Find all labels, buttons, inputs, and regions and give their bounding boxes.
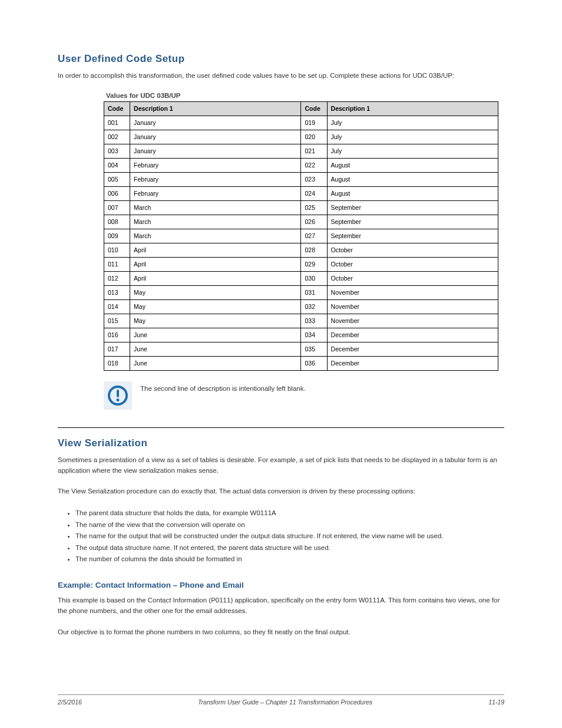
table-cell: October xyxy=(327,243,498,257)
table-cell: April xyxy=(130,271,301,285)
table-cell: August xyxy=(327,186,498,200)
table-cell: 002 xyxy=(104,130,130,144)
table-row: 013May031November xyxy=(104,285,498,299)
table-cell: 035 xyxy=(301,342,327,356)
table-cell: October xyxy=(327,257,498,271)
col-code-1: Code xyxy=(104,101,130,116)
table-cell: 009 xyxy=(104,229,130,243)
note-text: The second line of description is intent… xyxy=(140,384,306,394)
heading-user-defined-code-setup: User Defined Code Setup xyxy=(58,53,504,65)
section-divider xyxy=(58,427,504,428)
udc-table: Code Description 1 Code Description 1 00… xyxy=(104,101,498,371)
table-cell: 033 xyxy=(301,314,327,328)
page-footer: 2/5/2016 Transform User Guide – Chapter … xyxy=(58,695,504,706)
list-item: The name of the view that the conversion… xyxy=(75,519,504,531)
table-cell: 021 xyxy=(301,144,327,158)
table-cell: June xyxy=(130,328,301,342)
table-row: 014May032November xyxy=(104,299,498,314)
table-row: 018June036December xyxy=(104,356,498,370)
table-cell: 017 xyxy=(104,342,130,356)
table-cell: July xyxy=(327,116,498,130)
example-paragraph-1: This example is based on the Contact Inf… xyxy=(58,595,504,617)
table-cell: September xyxy=(327,200,498,215)
table-row: 002January020July xyxy=(104,130,498,144)
table-row: 016June034December xyxy=(104,328,498,342)
table-row: 017June035December xyxy=(104,342,498,356)
table-row: 011April029October xyxy=(104,257,498,271)
table-cell: 025 xyxy=(301,200,327,215)
table-cell: February xyxy=(130,158,301,172)
table-cell: 019 xyxy=(301,116,327,130)
col-desc-1: Description 1 xyxy=(130,101,301,116)
table-row: 007March025September xyxy=(104,200,498,215)
subhead-example: Example: Contact Information – Phone and… xyxy=(58,581,504,589)
table-cell: 016 xyxy=(104,328,130,342)
table-cell: 032 xyxy=(301,299,327,314)
footer-page-number: 11-19 xyxy=(488,699,504,706)
table-cell: April xyxy=(130,243,301,257)
table-cell: May xyxy=(130,314,301,328)
list-item: The name for the output that will be con… xyxy=(75,531,504,542)
table-cell: 028 xyxy=(301,243,327,257)
processing-options-list: The parent data structure that holds the… xyxy=(58,508,504,565)
table-row: 015May033November xyxy=(104,314,498,328)
table-cell: May xyxy=(130,299,301,314)
table-header-row: Code Description 1 Code Description 1 xyxy=(104,101,498,116)
footer-date: 2/5/2016 xyxy=(58,699,82,706)
vs-paragraph-2: The View Serialization procedure can do … xyxy=(58,486,504,497)
table-row: 006February024August xyxy=(104,186,498,200)
table-cell: 024 xyxy=(301,186,327,200)
page: User Defined Code Setup In order to acco… xyxy=(0,0,562,728)
table-cell: January xyxy=(130,144,301,158)
table-cell: May xyxy=(130,285,301,299)
table-cell: December xyxy=(327,356,498,370)
table-cell: August xyxy=(327,172,498,186)
vs-paragraph-1: Sometimes a presentation of a view as a … xyxy=(58,455,504,476)
table-cell: 020 xyxy=(301,130,327,144)
svg-rect-1 xyxy=(117,390,119,397)
table-cell: June xyxy=(130,342,301,356)
table-cell: February xyxy=(130,186,301,200)
table-cell: 030 xyxy=(301,271,327,285)
table-row: 008March026September xyxy=(104,215,498,229)
heading-view-serialization: View Serialization xyxy=(58,437,504,449)
table-cell: 014 xyxy=(104,299,130,314)
table-cell: June xyxy=(130,356,301,370)
table-cell: 012 xyxy=(104,271,130,285)
table-cell: 034 xyxy=(301,328,327,342)
intro-paragraph: In order to accomplish this transformati… xyxy=(58,71,504,81)
table-cell: 001 xyxy=(104,116,130,130)
table-cell: 005 xyxy=(104,172,130,186)
table-cell: November xyxy=(327,285,498,299)
table-row: 012April030October xyxy=(104,271,498,285)
table-cell: March xyxy=(130,215,301,229)
table-cell: September xyxy=(327,229,498,243)
important-icon xyxy=(104,381,132,410)
table-row: 010April028October xyxy=(104,243,498,257)
table-row: 004February022August xyxy=(104,158,498,172)
table-cell: 007 xyxy=(104,200,130,215)
list-item: The output data structure name. If not e… xyxy=(75,542,504,554)
table-cell: November xyxy=(327,314,498,328)
col-code-2: Code xyxy=(301,101,327,116)
table-cell: 010 xyxy=(104,243,130,257)
table-cell: January xyxy=(130,116,301,130)
table-cell: July xyxy=(327,144,498,158)
table-cell: 026 xyxy=(301,215,327,229)
table-row: 003January021July xyxy=(104,144,498,158)
table-cell: March xyxy=(130,229,301,243)
example-paragraph-2: Our objective is to format the phone num… xyxy=(58,627,504,638)
table-cell: March xyxy=(130,200,301,215)
table-row: 005February023August xyxy=(104,172,498,186)
table-cell: 031 xyxy=(301,285,327,299)
list-item: The number of columns the data should be… xyxy=(75,554,504,565)
table-cell: February xyxy=(130,172,301,186)
footer-container: 2/5/2016 Transform User Guide – Chapter … xyxy=(58,694,504,706)
table-row: 001January019July xyxy=(104,116,498,130)
table-cell: 015 xyxy=(104,314,130,328)
table-cell: 027 xyxy=(301,229,327,243)
table-cell: January xyxy=(130,130,301,144)
table-cell: July xyxy=(327,130,498,144)
table-cell: December xyxy=(327,342,498,356)
table-cell: September xyxy=(327,215,498,229)
